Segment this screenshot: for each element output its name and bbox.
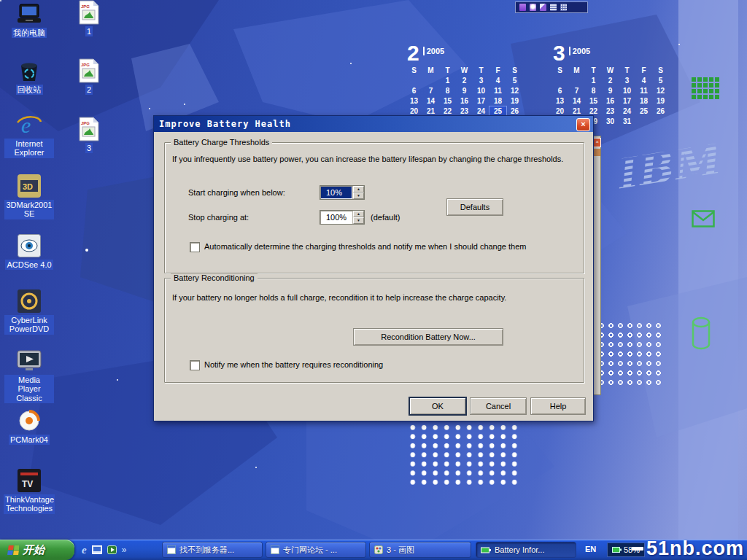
start-charging-value[interactable]: 10%: [321, 187, 352, 198]
jpg-file-icon: JPG: [79, 58, 99, 83]
calendar-day: 9: [602, 86, 619, 96]
language-indicator[interactable]: EN: [585, 545, 596, 553]
wallpaper-dot-grid-right: [597, 321, 665, 389]
calendar-weekday: T: [585, 66, 602, 76]
spin-down-icon[interactable]: ▼: [353, 192, 364, 199]
recycle-bin-icon: [18, 58, 40, 83]
notify-recondition-checkbox-label[interactable]: Notify me when the battery requires reco…: [204, 360, 383, 369]
spin-up-icon[interactable]: ▲: [353, 186, 364, 192]
recondition-battery-now-button[interactable]: Recondition Battery Now...: [353, 328, 503, 346]
calendar-day: 12: [506, 86, 523, 96]
my-computer-icon: [17, 1, 42, 26]
calendar-day: 2: [602, 76, 619, 86]
grid-icon[interactable]: [560, 4, 567, 11]
pen-icon[interactable]: [540, 4, 546, 11]
3dmark2001-icon: 3D: [18, 174, 41, 198]
icon-label: ACDSee 4.0: [5, 260, 53, 270]
calendar-day: 25: [635, 106, 652, 117]
desktop-icon-jpg-1[interactable]: JPG 1: [64, 0, 114, 36]
calendar-day: 9: [456, 86, 473, 96]
help-button[interactable]: Help: [530, 397, 586, 415]
background-window-close-icon[interactable]: ×: [593, 138, 601, 147]
calendar-day: 19: [506, 96, 523, 106]
auto-determine-checkbox-label[interactable]: Automatically determine the charging thr…: [204, 242, 526, 251]
task-label: 专门网论坛 - ...: [283, 545, 337, 556]
close-icon[interactable]: ×: [576, 118, 590, 131]
desktop-icon-my-computer[interactable]: 我的电脑: [4, 1, 54, 38]
desktop-icon-recycle-bin[interactable]: 回收站: [4, 58, 54, 95]
calendar-weekday: S: [652, 66, 669, 76]
wallpaper-dot-grid-bottom: [407, 423, 519, 487]
calendar-day: 15: [439, 96, 456, 106]
ok-button[interactable]: OK: [409, 397, 466, 415]
desktop-icon-3dmark2001[interactable]: 3D 3DMark2001 SE: [4, 174, 54, 219]
calendar-day: 7: [568, 86, 585, 96]
desktop-icon-jpg-2[interactable]: JPG 2: [64, 58, 114, 95]
calendar-day: 6: [551, 86, 568, 96]
icon-label: Media Player Classic: [4, 375, 54, 403]
calendar-day: 11: [489, 86, 506, 96]
pcmark04-icon: [17, 408, 42, 433]
dialog-titlebar[interactable]: Improve Battery Health ×: [154, 116, 593, 132]
list-icon[interactable]: [550, 4, 557, 11]
calendar-day: 14: [568, 96, 585, 106]
start-label: 开始: [23, 543, 44, 557]
desktop-icon-powerdvd[interactable]: CyberLink PowerDVD: [4, 289, 54, 335]
calendar-day: 7: [422, 86, 439, 96]
calendar-day: 17: [619, 96, 635, 106]
calendar-day: 19: [652, 96, 669, 106]
task-button-forum[interactable]: 专门网论坛 - ...: [266, 542, 366, 558]
icon-label: 回收站: [16, 85, 43, 95]
dialog-title: Improve Battery Health: [159, 119, 291, 129]
start-button[interactable]: 开始: [0, 540, 74, 560]
calendar-day: 5: [652, 76, 669, 86]
desktop-icon-jpg-3[interactable]: JPG 3: [64, 117, 114, 153]
calendar-day: 3: [473, 76, 489, 86]
envelope-icon: [692, 210, 715, 228]
task-button-server-not-found[interactable]: 找不到服务器...: [162, 542, 263, 558]
stop-charging-value[interactable]: 100%: [320, 211, 352, 224]
calendar-day: 10: [473, 86, 489, 96]
calendar-day: 6: [406, 86, 422, 96]
desktop-icon-internet-explorer[interactable]: e Internet Explorer: [4, 112, 54, 158]
start-charging-label: Start charging when below:: [188, 188, 285, 197]
svg-text:JPG: JPG: [81, 4, 90, 9]
task-button-paint[interactable]: 3 - 画图: [369, 542, 471, 558]
calendar-year: 2005: [569, 47, 590, 55]
quick-launch-chevron-icon[interactable]: »: [122, 545, 127, 555]
calendar-day: 30: [602, 117, 619, 127]
quick-launch-ie-icon[interactable]: e: [82, 544, 87, 556]
task-button-battery-information[interactable]: Battery Infor...: [476, 542, 576, 558]
calendar-weekday: M: [568, 66, 585, 76]
notify-recondition-checkbox[interactable]: [190, 360, 200, 370]
spin-down-icon[interactable]: ▼: [353, 217, 364, 224]
power-plug-icon[interactable]: [519, 4, 526, 11]
battery-icon: [612, 547, 622, 553]
battery-reconditioning-group: Battery Reconditioning If your battery n…: [164, 278, 584, 383]
calendar-day: 11: [635, 86, 652, 96]
quick-launch-desktop-icon[interactable]: [92, 545, 102, 554]
calendar-day: 2: [456, 76, 473, 86]
spin-up-icon[interactable]: ▲: [353, 211, 364, 217]
icon-label: 我的电脑: [12, 28, 47, 38]
calendar-day: 12: [652, 86, 669, 96]
quick-launch-player-icon[interactable]: [107, 545, 117, 554]
calendar-day: [652, 117, 669, 127]
calendar-day: 14: [422, 96, 439, 106]
calendar-day: 16: [456, 96, 473, 106]
speaker-icon[interactable]: [530, 4, 536, 11]
reconditioning-description: If your battery no longer holds a full c…: [172, 293, 506, 302]
desktop-icon-media-player-classic[interactable]: Media Player Classic: [4, 349, 54, 403]
desktop-icon-pcmark04[interactable]: PCMark04: [4, 408, 54, 445]
calendar-day: 5: [506, 76, 523, 86]
desktop-icon-thinkvantage[interactable]: TV ThinkVantage Technologies: [4, 468, 54, 514]
calendar-weekday-row: SMTWTFS: [403, 66, 524, 76]
defaults-button[interactable]: Defaults: [446, 198, 503, 216]
auto-determine-checkbox[interactable]: [190, 242, 200, 252]
desktop-icon-acdsee[interactable]: ACDSee 4.0: [4, 233, 54, 270]
calendar-day: 26: [652, 106, 669, 117]
cancel-button[interactable]: Cancel: [470, 397, 527, 415]
internet-explorer-icon: e: [16, 112, 42, 137]
task-label: 3 - 画图: [387, 545, 414, 556]
icon-label: 3DMark2001 SE: [4, 200, 54, 219]
